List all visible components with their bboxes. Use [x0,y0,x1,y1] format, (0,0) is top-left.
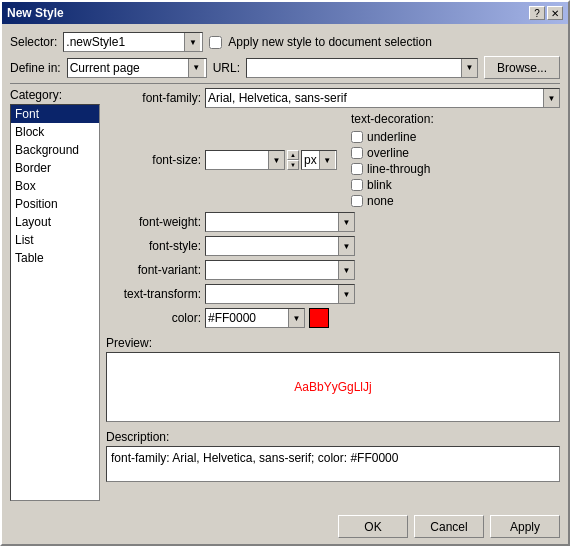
underline-label: underline [367,130,416,144]
category-item-box[interactable]: Box [11,177,99,195]
font-variant-dropdown-btn[interactable]: ▼ [338,261,354,279]
color-label: color: [106,311,201,325]
overline-label: overline [367,146,409,160]
url-input-box[interactable]: ▼ [246,58,478,78]
category-panel: Category: Font Block Background Border B… [10,88,100,501]
font-family-input[interactable] [206,89,543,107]
color-input[interactable] [206,309,288,327]
apply-button[interactable]: Apply [490,515,560,538]
font-size-row: font-size: ▼ ▲ ▼ px [106,112,560,208]
text-transform-dropdown-btn[interactable]: ▼ [338,285,354,303]
font-family-label: font-family: [106,91,201,105]
description-label: Description: [106,430,560,444]
category-item-font[interactable]: Font [11,105,99,123]
category-item-border[interactable]: Border [11,159,99,177]
text-transform-label: text-transform: [106,287,201,301]
new-style-dialog: New Style ? ✕ Selector: ▼ Apply new styl… [0,0,570,546]
description-box: font-family: Arial, Helvetica, sans-seri… [106,446,560,482]
line-through-checkbox[interactable] [351,163,363,175]
font-variant-input[interactable] [206,261,338,279]
font-form: font-family: ▼ font-size: ▼ [106,88,560,328]
font-size-up-btn[interactable]: ▲ [287,150,299,160]
category-label: Category: [10,88,100,102]
font-weight-label: font-weight: [106,215,201,229]
color-swatch[interactable] [309,308,329,328]
font-size-combo[interactable]: ▼ [205,150,285,170]
ok-button[interactable]: OK [338,515,408,538]
preview-section: Preview: AaBbYyGgLlJj [106,336,560,422]
font-style-dropdown-btn[interactable]: ▼ [338,237,354,255]
url-label: URL: [213,61,240,75]
text-transform-input[interactable] [206,285,338,303]
font-style-label: font-style: [106,239,201,253]
category-item-block[interactable]: Block [11,123,99,141]
text-decoration-label: text-decoration: [351,112,434,126]
font-family-dropdown-btn[interactable]: ▼ [543,89,559,107]
define-in-dropdown-btn[interactable]: ▼ [188,59,204,77]
font-family-combo[interactable]: ▼ [205,88,560,108]
overline-checkbox[interactable] [351,147,363,159]
selector-combo[interactable]: ▼ [63,32,203,52]
font-size-label: font-size: [106,153,201,167]
window-title: New Style [7,6,64,20]
font-size-down-btn[interactable]: ▼ [287,160,299,170]
font-weight-combo[interactable]: ▼ [205,212,355,232]
description-section: Description: font-family: Arial, Helveti… [106,430,560,482]
color-row: color: ▼ [106,308,560,328]
define-in-input[interactable] [68,58,188,78]
browse-button[interactable]: Browse... [484,56,560,79]
font-size-controls: ▼ ▲ ▼ px ▼ [205,150,337,170]
font-variant-combo[interactable]: ▼ [205,260,355,280]
category-item-background[interactable]: Background [11,141,99,159]
window-body: Selector: ▼ Apply new style to document … [2,24,568,509]
title-bar: New Style ? ✕ [2,2,568,24]
text-transform-row: text-transform: ▼ [106,284,560,304]
font-size-unit-label: px [302,153,319,167]
color-dropdown-btn[interactable]: ▼ [288,309,304,327]
title-bar-buttons: ? ✕ [529,6,563,20]
line-through-label: line-through [367,162,430,176]
color-combo[interactable]: ▼ [205,308,305,328]
cancel-button[interactable]: Cancel [414,515,484,538]
font-style-input[interactable] [206,237,338,255]
text-transform-combo[interactable]: ▼ [205,284,355,304]
none-checkbox[interactable] [351,195,363,207]
font-style-combo[interactable]: ▼ [205,236,355,256]
none-row: none [351,194,434,208]
text-decoration-group: text-decoration: underline overline [351,112,434,208]
category-item-position[interactable]: Position [11,195,99,213]
url-dropdown-btn[interactable]: ▼ [461,59,477,77]
main-area: Category: Font Block Background Border B… [10,88,560,501]
blink-label: blink [367,178,392,192]
category-item-list[interactable]: List [11,231,99,249]
underline-checkbox[interactable] [351,131,363,143]
apply-style-checkbox[interactable] [209,36,222,49]
define-in-combo[interactable]: ▼ [67,58,207,78]
font-weight-row: font-weight: ▼ [106,212,560,232]
selector-row: Selector: ▼ Apply new style to document … [10,32,560,52]
bottom-buttons: OK Cancel Apply [2,509,568,544]
selector-label: Selector: [10,35,57,49]
category-item-layout[interactable]: Layout [11,213,99,231]
font-size-input[interactable] [206,151,268,169]
selector-dropdown-btn[interactable]: ▼ [184,33,200,51]
close-button[interactable]: ✕ [547,6,563,20]
top-section: Selector: ▼ Apply new style to document … [10,32,560,84]
font-size-unit-dropdown-btn[interactable]: ▼ [319,151,335,169]
apply-style-label: Apply new style to document selection [228,35,431,49]
url-input[interactable] [247,59,461,77]
font-size-unit-combo[interactable]: px ▼ [301,150,337,170]
right-panel: font-family: ▼ font-size: ▼ [106,88,560,501]
blink-checkbox[interactable] [351,179,363,191]
preview-box: AaBbYyGgLlJj [106,352,560,422]
underline-row: underline [351,130,434,144]
help-button[interactable]: ? [529,6,545,20]
selector-input[interactable] [64,32,184,52]
line-through-row: line-through [351,162,434,176]
category-item-table[interactable]: Table [11,249,99,267]
font-weight-input[interactable] [206,213,338,231]
font-weight-dropdown-btn[interactable]: ▼ [338,213,354,231]
font-size-spinner: ▲ ▼ [287,150,299,170]
font-size-dropdown-btn[interactable]: ▼ [268,151,284,169]
overline-row: overline [351,146,434,160]
